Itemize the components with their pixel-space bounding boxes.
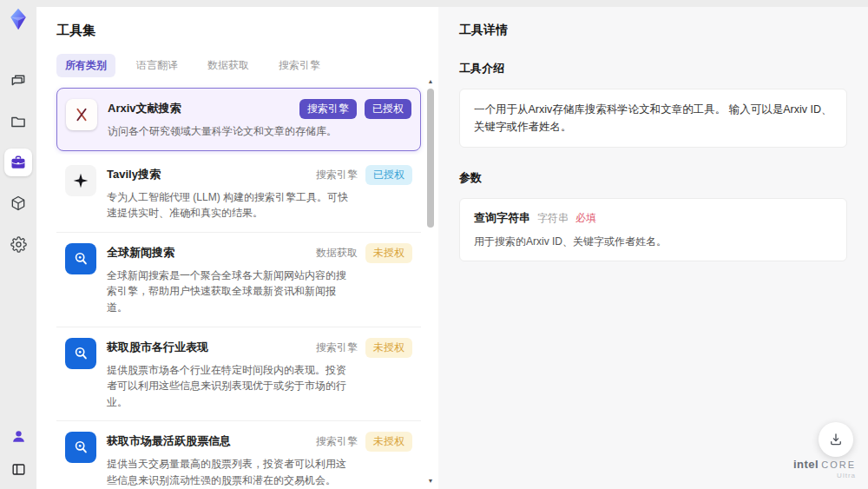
tool-icon (66, 99, 97, 130)
auth-status-badge: 已授权 (365, 165, 412, 185)
collapse-panel-icon[interactable] (4, 458, 32, 480)
scrollbar-down-icon[interactable]: ▼ (425, 478, 436, 484)
brand-maker: intel (793, 458, 819, 471)
tool-tags: 搜索引擎 已授权 (299, 99, 411, 119)
chat-icon[interactable] (4, 67, 32, 95)
cube-icon[interactable] (4, 189, 32, 217)
tool-name: Tavily搜索 (107, 165, 161, 182)
tools-list-panel: 工具集 所有类别语言翻译数据获取搜索引擎 Arxiv文献搜索 搜索引擎 已授权 … (36, 7, 438, 489)
param-card: 查询字符串 字符串 必填 用于搜索的Arxiv ID、关键字或作者姓名。 (459, 198, 847, 261)
main-content: 工具集 所有类别语言翻译数据获取搜索引擎 Arxiv文献搜索 搜索引擎 已授权 … (36, 7, 868, 489)
intro-text: 一个用于从Arxiv存储库搜索科学论文和文章的工具。 输入可以是Arxiv ID… (474, 101, 832, 135)
page-title: 工具集 (56, 23, 421, 39)
tool-description: 全球新闻搜索是一个聚合全球各大新闻网站内容的搜索引擎，帮助用户快速获取全球最新资… (107, 268, 348, 316)
tool-info: Tavily搜索 搜索引擎 已授权 专为人工智能代理 (LLM) 构建的搜索引擎… (107, 165, 412, 221)
tool-info: 获取股市各行业表现 搜索引擎 未授权 提供股票市场各个行业在特定时间段内的表现。… (107, 338, 412, 411)
sidebar-bottom (4, 425, 32, 480)
folder-icon[interactable] (4, 108, 32, 135)
tool-tags: 数据获取 未授权 (316, 243, 412, 263)
tab-0[interactable]: 所有类别 (56, 54, 115, 77)
scrollbar-thumb[interactable] (427, 89, 434, 228)
toolbox-icon[interactable] (4, 149, 32, 176)
download-button[interactable] (819, 422, 853, 457)
tool-list-item[interactable]: Arxiv文献搜索 搜索引擎 已授权 访问各个研究领域大量科学论文和文章的存储库… (56, 88, 421, 151)
tab-1[interactable]: 语言翻译 (128, 54, 187, 77)
tool-tags: 搜索引擎 未授权 (316, 338, 412, 358)
intro-card: 一个用于从Arxiv存储库搜索科学论文和文章的工具。 输入可以是Arxiv ID… (459, 89, 847, 148)
tool-name: 全球新闻搜索 (107, 243, 174, 261)
detail-title: 工具详情 (459, 23, 847, 38)
category-badge: 搜索引擎 (316, 338, 358, 358)
news-search-icon (72, 439, 89, 456)
auth-status-badge: 未授权 (365, 338, 412, 358)
tool-list-item[interactable]: 全球新闻搜索 数据获取 未授权 全球新闻搜索是一个聚合全球各大新闻网站内容的搜索… (56, 233, 421, 327)
tool-description: 访问各个研究领域大量科学论文和文章的存储库。 (108, 123, 349, 140)
app-logo-icon[interactable] (5, 6, 31, 32)
tool-icon (65, 432, 96, 463)
auth-status-badge: 未授权 (365, 243, 412, 263)
tool-name: 获取市场最活跃股票信息 (107, 432, 231, 449)
download-icon (828, 432, 844, 447)
tool-icon (65, 165, 96, 196)
tool-detail-panel: 工具详情 工具介绍 一个用于从Arxiv存储库搜索科学论文和文章的工具。 输入可… (438, 7, 868, 489)
tab-2[interactable]: 数据获取 (199, 54, 258, 77)
sidebar (0, 0, 36, 489)
tool-tags: 搜索引擎 已授权 (316, 165, 412, 185)
category-badge: 数据获取 (316, 243, 358, 263)
category-badge: 搜索引擎 (316, 432, 358, 452)
param-name: 查询字符串 (474, 210, 530, 226)
tool-icon (65, 338, 96, 369)
scrollbar-up-icon[interactable]: ▲ (425, 78, 436, 84)
category-badge: 搜索引擎 (316, 165, 358, 185)
tool-list: Arxiv文献搜索 搜索引擎 已授权 访问各个研究领域大量科学论文和文章的存储库… (56, 88, 421, 489)
tool-list-item[interactable]: 获取股市各行业表现 搜索引擎 未授权 提供股票市场各个行业在特定时间段内的表现。… (56, 327, 421, 422)
tool-description: 提供股票市场各个行业在特定时间段内的表现。投资者可以利用这些信息来识别表现优于或… (107, 362, 348, 411)
auth-status-badge: 已授权 (365, 99, 411, 119)
tool-description: 专为人工智能代理 (LLM) 构建的搜索引擎工具。可快速提供实时、准确和真实的结… (107, 189, 348, 221)
tool-name: Arxiv文献搜索 (108, 99, 181, 116)
settings-gear-icon[interactable] (4, 230, 32, 258)
app-window: 工具集 所有类别语言翻译数据获取搜索引擎 Arxiv文献搜索 搜索引擎 已授权 … (0, 0, 868, 489)
param-description: 用于搜索的Arxiv ID、关键字或作者姓名。 (474, 235, 832, 249)
tab-3[interactable]: 搜索引擎 (270, 54, 329, 77)
arxiv-icon (73, 106, 90, 123)
param-head: 查询字符串 字符串 必填 (474, 210, 832, 226)
sidebar-nav (4, 67, 32, 258)
intro-heading: 工具介绍 (459, 61, 847, 76)
brand-tier: Ultra (837, 472, 856, 479)
tool-list-item[interactable]: 获取市场最活跃股票信息 搜索引擎 未授权 提供当天交易量最高的股票列表，投资者可… (56, 421, 421, 489)
scrollbar[interactable]: ▲ ▼ (425, 76, 436, 489)
tool-list-item[interactable]: Tavily搜索 搜索引擎 已授权 专为人工智能代理 (LLM) 构建的搜索引擎… (56, 155, 421, 233)
brand-series: core (821, 459, 856, 470)
user-avatar-icon[interactable] (4, 425, 32, 447)
tool-info: Arxiv文献搜索 搜索引擎 已授权 访问各个研究领域大量科学论文和文章的存储库… (108, 99, 411, 140)
tool-description: 提供当天交易量最高的股票列表，投资者可以利用这些信息来识别流动性强的股票和潜在的… (107, 456, 348, 488)
tool-info: 获取市场最活跃股票信息 搜索引擎 未授权 提供当天交易量最高的股票列表，投资者可… (107, 432, 412, 488)
tool-info: 全球新闻搜索 数据获取 未授权 全球新闻搜索是一个聚合全球各大新闻网站内容的搜索… (107, 243, 412, 316)
tool-name: 获取股市各行业表现 (107, 338, 208, 355)
param-required-flag: 必填 (575, 211, 596, 226)
news-search-icon (72, 345, 89, 362)
intel-core-logo: intel core Ultra (793, 458, 856, 479)
tavily-star-icon (72, 172, 89, 189)
tool-tags: 搜索引擎 未授权 (316, 432, 412, 452)
tool-icon (65, 243, 96, 274)
category-tabs: 所有类别语言翻译数据获取搜索引擎 (56, 54, 421, 77)
auth-status-badge: 未授权 (365, 432, 412, 452)
news-search-icon (72, 250, 89, 268)
category-badge: 搜索引擎 (299, 99, 357, 119)
params-heading: 参数 (459, 170, 847, 186)
param-type: 字符串 (537, 211, 569, 226)
